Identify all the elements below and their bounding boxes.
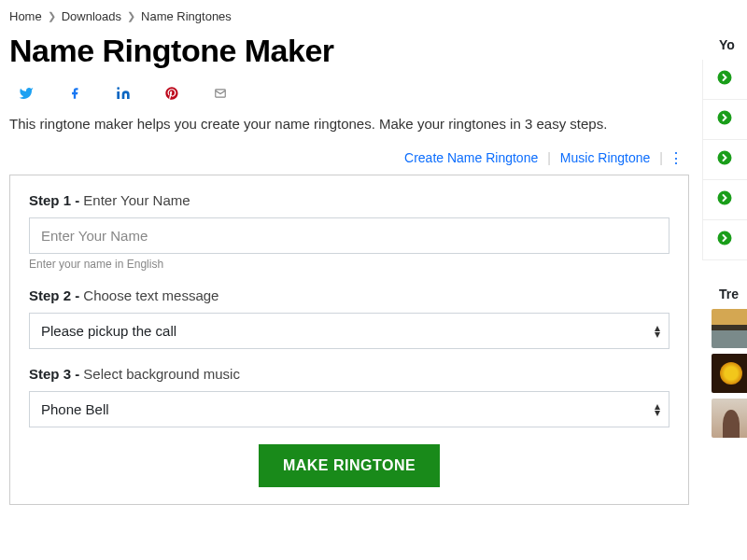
breadcrumb-current: Name Ringtones — [141, 9, 232, 23]
svg-point-0 — [718, 71, 732, 85]
sidebar-item[interactable] — [703, 140, 747, 180]
thumbnail-image[interactable] — [712, 399, 747, 438]
svg-point-3 — [718, 191, 732, 205]
text-message-select[interactable]: Please pickup the call — [29, 313, 669, 349]
sidebar-heading-2: Tre — [702, 287, 747, 301]
background-music-select[interactable]: Phone Bell — [29, 391, 669, 427]
arrow-right-circle-icon — [716, 189, 733, 206]
intro-text: This ringtone maker helps you create you… — [9, 116, 689, 132]
step2-label: Step 2 - Choose text message — [29, 287, 669, 303]
make-ringtone-button[interactable]: MAKE RINGTONE — [259, 444, 440, 487]
thumbnail-image[interactable] — [712, 309, 747, 348]
arrow-right-circle-icon — [716, 69, 733, 86]
tab-create-name-ringtone[interactable]: Create Name Ringtone — [395, 148, 547, 167]
twitter-icon[interactable] — [19, 86, 34, 101]
tab-row: Create Name Ringtone | Music Ringtone | … — [9, 148, 689, 167]
thumbnail-image[interactable] — [712, 354, 747, 393]
facebook-icon[interactable] — [67, 86, 82, 101]
arrow-right-circle-icon — [716, 230, 733, 246]
sidebar-item[interactable] — [703, 60, 747, 100]
chevron-right-icon: ❯ — [48, 10, 56, 22]
sidebar-item[interactable] — [703, 180, 747, 220]
breadcrumb: Home ❯ Downloads ❯ Name Ringtones — [9, 9, 689, 23]
step1-label: Step 1 - Enter Your Name — [29, 192, 669, 208]
arrow-right-circle-icon — [716, 149, 733, 166]
form-card: Step 1 - Enter Your Name Enter your name… — [9, 175, 689, 505]
tab-music-ringtone[interactable]: Music Ringtone — [551, 148, 660, 167]
name-input[interactable] — [29, 217, 669, 254]
arrow-right-circle-icon — [716, 109, 733, 126]
share-row — [9, 82, 689, 116]
breadcrumb-home[interactable]: Home — [9, 9, 42, 23]
email-icon[interactable] — [213, 86, 228, 101]
more-menu-icon[interactable]: ⋮ — [663, 149, 689, 167]
chevron-right-icon: ❯ — [127, 10, 135, 22]
page-title: Name Ringtone Maker — [9, 33, 689, 69]
sidebar-item[interactable] — [703, 100, 747, 140]
sidebar: Yo Tre — [702, 0, 747, 560]
sidebar-item[interactable] — [703, 220, 747, 260]
pinterest-icon[interactable] — [164, 86, 179, 101]
linkedin-icon[interactable] — [116, 86, 131, 101]
breadcrumb-downloads[interactable]: Downloads — [62, 9, 121, 23]
sidebar-list-1 — [702, 60, 747, 260]
sidebar-heading-1: Yo — [702, 37, 747, 52]
name-hint: Enter your name in English — [29, 258, 669, 271]
svg-point-1 — [718, 111, 732, 125]
svg-point-2 — [718, 151, 732, 165]
step3-label: Step 3 - Select background music — [29, 366, 669, 382]
svg-point-4 — [718, 231, 732, 245]
